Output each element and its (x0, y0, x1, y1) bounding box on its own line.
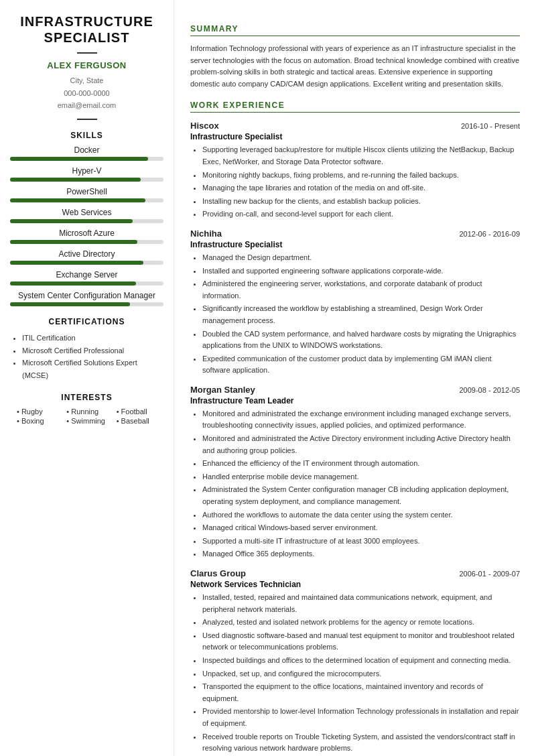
skill-bar-bg (10, 302, 163, 306)
skill-bar-bg (10, 219, 163, 223)
bullet-item: Unpacked, set up, and configured the mic… (202, 668, 520, 680)
company-name: Hiscox (190, 121, 219, 131)
bullet-item: Inspected buildings and offices to the d… (202, 655, 520, 667)
experience-section-title: WORK EXPERIENCE (190, 101, 520, 113)
interest-item: Football (117, 407, 163, 416)
skill-bar-bg (10, 178, 163, 182)
divider-mid (77, 119, 97, 120)
summary-section-title: SUMMARY (190, 24, 520, 36)
job-header: Clarus Group 2006-01 - 2009-07 (190, 568, 520, 578)
job-entry: Clarus Group 2006-01 - 2009-07 Network S… (190, 568, 520, 755)
job-bullets: Monitored and administrated the exchange… (190, 408, 520, 560)
job-dates: 2009-08 - 2012-05 (459, 386, 520, 394)
skill-bar-bg (10, 198, 163, 202)
job-header: Nichiha 2012-06 - 2016-09 (190, 229, 520, 239)
bullet-item: Installing new backup for the clients, a… (202, 196, 520, 208)
cert-item: Microsoft Certified Professional (22, 344, 163, 357)
skill-name: System Center Configuration Manager (10, 291, 163, 300)
skill-bar-fill (10, 240, 137, 244)
company-name: Nichiha (190, 229, 222, 239)
bullet-item: Managed critical Windows-based server en… (202, 522, 520, 534)
bullet-item: Received trouble reports on Trouble Tick… (202, 731, 520, 755)
contact-location: City, State (10, 74, 163, 87)
interests-grid: RugbyRunningFootballBoxingSwimmingBaseba… (10, 407, 163, 425)
cert-item: ITIL Certification (22, 332, 163, 344)
skill-item: Hyper-V (10, 166, 163, 182)
interests-heading: INTERESTS (10, 393, 163, 402)
bullet-item: Managed Office 365 deployments. (202, 548, 520, 560)
bullet-item: Significantly increased the workflow by … (202, 303, 520, 326)
contact-phone: 000-000-0000 (10, 87, 163, 100)
skill-bar-fill (10, 219, 133, 223)
skill-bar-fill (10, 281, 136, 286)
bullet-item: Administered the engineering server, wor… (202, 278, 520, 302)
job-title: Infrastructure Specialist (190, 132, 520, 141)
skill-bar-bg (10, 157, 163, 161)
skill-bar-fill (10, 302, 130, 306)
skill-item: PowerShell (10, 187, 163, 202)
skill-bar-bg (10, 281, 163, 286)
skill-name: Docker (10, 145, 163, 155)
job-entry: Hiscox 2016-10 - Present Infrastructure … (190, 121, 520, 220)
job-entry: Nichiha 2012-06 - 2016-09 Infrastructure… (190, 229, 520, 377)
skill-name: Web Services (10, 208, 163, 217)
interest-item: Rugby (17, 407, 64, 416)
job-entry: Morgan Stanley 2009-08 - 2012-05 Infrast… (190, 385, 520, 560)
job-bullets: Installed, tested, repaired and maintain… (190, 592, 520, 755)
skill-item: Web Services (10, 208, 163, 223)
bullet-item: Supporting leveraged backup/restore for … (202, 144, 520, 168)
skill-name: Active Directory (10, 249, 163, 259)
job-dates: 2006-01 - 2009-07 (459, 570, 520, 578)
bullet-item: Expedited communication of the customer … (202, 353, 520, 377)
job-bullets: Supporting leveraged backup/restore for … (190, 144, 520, 220)
job-title: Infrastructure Specialist (190, 240, 520, 249)
bullet-item: Installed and supported engineering soft… (202, 265, 520, 277)
certifications-list: ITIL CertificationMicrosoft Certified Pr… (10, 332, 163, 382)
job-header: Hiscox 2016-10 - Present (190, 121, 520, 131)
bullet-item: Doubled the CAD system performance, and … (202, 328, 520, 352)
skill-name: Exchange Server (10, 270, 163, 279)
interest-item: Swimming (66, 417, 113, 425)
jobs-list: Hiscox 2016-10 - Present Infrastructure … (190, 121, 520, 754)
job-title: Network Services Technician (190, 580, 520, 589)
skill-item: Exchange Server (10, 270, 163, 286)
skill-item: Microsoft Azure (10, 229, 163, 244)
skill-item: System Center Configuration Manager (10, 291, 163, 306)
skill-item: Docker (10, 145, 163, 161)
bullet-item: Managing the tape libraries and rotation… (202, 182, 520, 194)
candidate-name: ALEX FERGUSON (10, 60, 163, 70)
skill-bar-fill (10, 261, 143, 265)
certifications-heading: CERTIFICATIONS (10, 317, 163, 326)
bullet-item: Supported a multi-site IT infrastructure… (202, 536, 520, 548)
skills-list: Docker Hyper-V PowerShell Web Services M… (10, 145, 163, 306)
bullet-item: Authored the workflows to automate the d… (202, 509, 520, 521)
skill-bar-bg (10, 240, 163, 244)
resume-title: INFRASTRUCTURESPECIALIST (10, 13, 163, 46)
summary-text: Information Technology professional with… (190, 43, 520, 90)
interest-item: Running (66, 407, 113, 416)
interest-item: Boxing (17, 417, 64, 425)
bullet-item: Analyzed, tested and isolated network pr… (202, 617, 520, 629)
interest-item: Baseball (117, 417, 163, 425)
bullet-item: Monitored and administrated the Active D… (202, 433, 520, 456)
main-content: SUMMARY Information Technology professio… (174, 0, 536, 756)
company-name: Clarus Group (190, 568, 246, 578)
cert-item: Microsoft Certified Solutions Expert (MC… (22, 357, 163, 381)
divider-top (77, 52, 97, 54)
skill-item: Active Directory (10, 249, 163, 265)
bullet-item: Administrated the System Center configur… (202, 484, 520, 507)
contact-info: City, State 000-000-0000 email@email.com (10, 74, 163, 112)
bullet-item: Transported the equipment to the office … (202, 681, 520, 704)
job-dates: 2016-10 - Present (461, 122, 520, 130)
sidebar: INFRASTRUCTURESPECIALIST ALEX FERGUSON C… (0, 0, 174, 756)
certifications-section: CERTIFICATIONS ITIL CertificationMicroso… (10, 317, 163, 382)
skill-name: Microsoft Azure (10, 229, 163, 238)
skill-name: Hyper-V (10, 166, 163, 176)
job-dates: 2012-06 - 2016-09 (459, 230, 520, 238)
bullet-item: Used diagnostic software-based and manua… (202, 630, 520, 653)
skill-bar-fill (10, 198, 145, 202)
skill-bar-fill (10, 157, 148, 161)
job-bullets: Managed the Design department.Installed … (190, 252, 520, 377)
bullet-item: Monitored and administrated the exchange… (202, 408, 520, 432)
skill-bar-bg (10, 261, 163, 265)
